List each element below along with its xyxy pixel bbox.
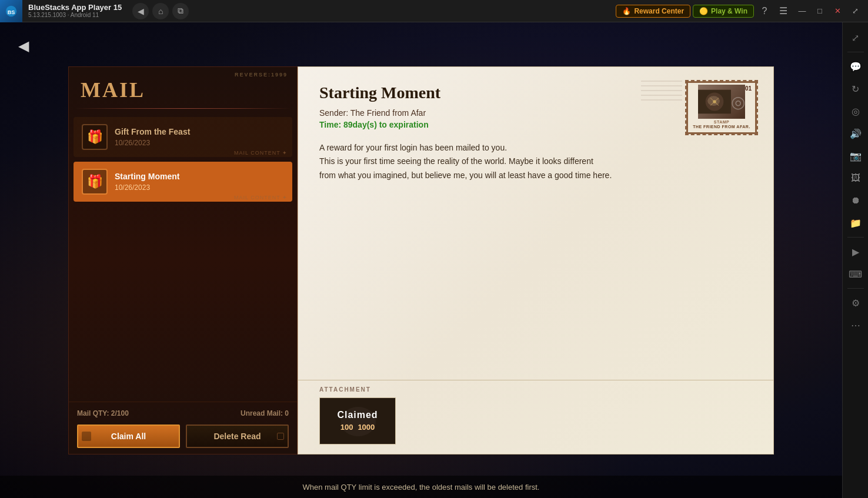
app-logo: BS: [0, 0, 22, 22]
close-button[interactable]: ✕: [829, 3, 846, 19]
more2-icon[interactable]: ⋯: [845, 315, 866, 336]
attachment-label: ATTACHMENT: [319, 386, 752, 393]
delete-read-button[interactable]: Delete Read: [186, 425, 289, 448]
menu-button[interactable]: ☰: [775, 3, 792, 19]
sidebar-divider-2: [847, 237, 864, 238]
chat-icon[interactable]: 💬: [845, 56, 866, 77]
content-area: REVERSE:1999 MAIL 🎁 Gift From the Feast …: [0, 22, 842, 498]
fullscreen-icon[interactable]: ⤢: [845, 27, 866, 48]
mail-item-selected[interactable]: 🎁 Starting Moment 10/26/2023 MAIL CONTEN…: [74, 162, 292, 202]
mail-gift-icon: 🎁: [82, 124, 108, 150]
mail-detail-panel: 01 STAMP THE FRI: [298, 66, 774, 454]
minimize-button[interactable]: —: [794, 3, 810, 19]
sidebar-divider-3: [847, 288, 864, 289]
right-sidebar: ⤢ 💬 ↻ ◎ 🔊 📷 🖼 ⏺ 📁 ▶ ⌨ ⚙ ⋯: [842, 22, 868, 498]
location-icon[interactable]: ◎: [845, 101, 866, 122]
mail-actions: Claim All Delete Read: [77, 425, 289, 448]
sidebar-divider-1: [847, 52, 864, 52]
stamp-value: 01: [745, 85, 752, 92]
claimed-amounts: 100 1000: [340, 423, 375, 432]
reward-center-button[interactable]: 🔥 Reward Center: [616, 5, 690, 18]
fire-icon: 🔥: [622, 7, 631, 15]
attachment-items: Claimed 100 1000: [319, 397, 752, 444]
mail-content-label: MAIL CONTENT ✦: [234, 150, 288, 156]
game-back-button[interactable]: ◀: [12, 34, 35, 58]
postmark: [641, 76, 682, 106]
game-title: REVERSE:1999: [235, 72, 288, 78]
claimed-text: Claimed: [337, 410, 378, 420]
back-button[interactable]: ◀: [132, 3, 149, 19]
mail-item[interactable]: 🎁 Gift From the Feast 10/26/2023 MAIL CO…: [74, 117, 292, 157]
stamp-outer: 01 STAMP THE FRI: [686, 81, 757, 134]
claimed-amount-2: 1000: [358, 423, 375, 432]
attachment-item: Claimed 100 1000: [319, 397, 396, 444]
mail-qty: Mail QTY: 2/100: [77, 409, 129, 417]
home-button[interactable]: ⌂: [152, 3, 169, 19]
record2-icon[interactable]: ⏺: [845, 190, 866, 211]
bottom-info-text: When mail QTY limit is exceeded, the old…: [303, 483, 540, 492]
mail-footer: Mail QTY: 2/100 Unread Mail: 0 Claim All…: [69, 402, 297, 454]
claimed-amount-1: 100: [340, 423, 353, 432]
coin-icon: 🟡: [699, 7, 708, 15]
help-button[interactable]: ?: [756, 3, 773, 19]
topbar-right: 🔥 Reward Center 🟡 Play & Win ? ☰ — □ ✕ ⤢: [616, 3, 868, 19]
mail-gift2-icon: 🎁: [82, 169, 108, 195]
svg-text:BS: BS: [8, 9, 15, 15]
app-title: BlueStacks App Player 15: [28, 3, 122, 12]
stamp-image: [698, 85, 745, 119]
keyboard-icon[interactable]: ⌨: [845, 263, 866, 285]
mail-unread: Unread Mail: 0: [241, 409, 289, 417]
mail-body: A reward for your first login has been m…: [319, 141, 752, 363]
mail-item-info: Gift From the Feast 10/26/2023: [115, 127, 284, 147]
maximize-button[interactable]: □: [812, 3, 828, 19]
camera2-icon[interactable]: 📷: [845, 145, 866, 166]
play-win-button[interactable]: 🟡 Play & Win: [693, 5, 754, 18]
claim-all-button[interactable]: Claim All: [77, 425, 180, 448]
full-expand-button[interactable]: ⤢: [847, 3, 863, 19]
attachment-section: ATTACHMENT Claimed 100 1000: [298, 380, 773, 454]
window-controls: — □ ✕ ⤢: [794, 3, 863, 19]
app-version: 5.13.215.1003 · Android 11: [28, 12, 122, 19]
tabs-button[interactable]: ⧉: [172, 3, 189, 19]
macro-icon[interactable]: ▶: [845, 241, 866, 262]
mail-content-label-2: MAIL CONTENT ✦: [234, 195, 288, 200]
mail-item-name: Gift From the Feast: [115, 127, 284, 136]
folder-icon[interactable]: 📁: [845, 212, 866, 233]
mail-list-panel: REVERSE:1999 MAIL 🎁 Gift From the Feast …: [68, 66, 298, 454]
mail-item-date-2: 10/26/2023: [115, 183, 284, 192]
mail-stamp: 01 STAMP THE FRI: [686, 81, 757, 134]
nav-buttons: ◀ ⌂ ⧉: [128, 3, 193, 19]
app-name-block: BlueStacks App Player 15 5.13.215.1003 ·…: [22, 3, 128, 19]
refresh-icon[interactable]: ↻: [845, 78, 866, 99]
mail-item-info-2: Starting Moment 10/26/2023: [115, 172, 284, 192]
screenshot2-icon[interactable]: 🖼: [845, 168, 866, 189]
svg-point-12: [713, 100, 716, 103]
mail-stats: Mail QTY: 2/100 Unread Mail: 0: [77, 409, 289, 417]
settings2-icon[interactable]: ⚙: [845, 292, 866, 313]
mail-container: REVERSE:1999 MAIL 🎁 Gift From the Feast …: [68, 66, 774, 454]
topbar: BS BlueStacks App Player 15 5.13.215.100…: [0, 0, 868, 22]
volume-icon[interactable]: 🔊: [845, 123, 866, 144]
bottom-info-bar: When mail QTY limit is exceeded, the old…: [0, 476, 842, 498]
claimed-overlay: Claimed 100 1000: [320, 398, 395, 444]
mail-item-name-2: Starting Moment: [115, 172, 284, 181]
mail-item-date: 10/26/2023: [115, 139, 284, 147]
mail-divider: [75, 108, 291, 109]
